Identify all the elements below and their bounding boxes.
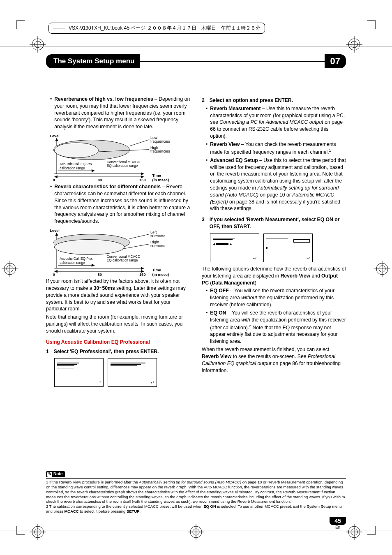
bullet-item: • Reverb characteristics for different c…: [46, 183, 190, 225]
footnote: 1 If the Reverb View procedure is perfor…: [46, 480, 346, 504]
axis-label: (in msec): [152, 273, 169, 277]
content-area: • Reverberance of high vs. low frequenci…: [46, 95, 346, 473]
menu-box: ⮐: [54, 358, 104, 387]
bullet-title: Reverb characteristics for different cha…: [54, 184, 161, 190]
tick-label: 80: [98, 273, 102, 277]
subheading: Using Acoustic Calibration EQ Profession…: [46, 339, 190, 346]
note-label: Note: [53, 472, 62, 477]
left-column: • Reverberance of high vs. low frequenci…: [46, 95, 190, 473]
menu-screenshot: ⮐ ⮐: [54, 358, 190, 387]
menu-box: ⮐: [108, 358, 157, 387]
section-title: The System Setup menu: [46, 54, 140, 68]
registration-mark: [346, 524, 362, 540]
page-number: 45: [330, 517, 346, 525]
annotation: calibration range: [60, 166, 85, 170]
menu-box: ◀▶⮐: [210, 234, 259, 262]
step: 2Select an option and press ENTER.: [202, 97, 346, 104]
bullet-dot-icon: •: [206, 287, 208, 308]
bullet-dot-icon: •: [206, 141, 208, 156]
bullet-dot-icon: •: [50, 183, 52, 225]
annotation: EQ calibration range: [107, 164, 138, 168]
page-number-badge: 45 En: [330, 517, 346, 530]
svg-point-19: [54, 240, 124, 255]
menu-box: ▶⮐: [263, 234, 313, 262]
note-section: ✎Note 1 If the Reverb View procedure is …: [46, 471, 346, 514]
chart-channel-reverb: Level Left surround Right surround Acous…: [46, 227, 190, 277]
crop-mark: [367, 526, 380, 539]
paragraph: The following options determine how the …: [202, 266, 346, 286]
bullet-item: • Reverberance of high vs. low frequenci…: [46, 96, 190, 130]
footnote-ref: 1: [329, 148, 331, 153]
step-text: Select an option and press ENTER.: [210, 97, 346, 104]
footnote: 2 The calibration corresponding to the c…: [46, 504, 346, 514]
step-number: 2: [202, 97, 205, 104]
bullet-item: •Reverb View – You can check the reverb …: [202, 141, 346, 156]
registration-mark: [374, 261, 390, 277]
svg-line-16: [129, 140, 149, 146]
pencil-icon: ✎: [47, 472, 52, 477]
axis-label: Time: [152, 173, 161, 178]
tick-label: 0: [53, 178, 55, 182]
axis-label-level: Level: [50, 134, 60, 138]
step: 3If you selected 'Reverb Measurement', s…: [202, 216, 346, 230]
paragraph: If your room isn't affected by the facto…: [46, 278, 190, 312]
axis-label: Time: [152, 268, 161, 272]
step-text: If you selected 'Reverb Measurement', se…: [210, 216, 346, 230]
series-label: frequencies: [150, 149, 170, 153]
bullet-item: •Advanced EQ Setup – Use this to select …: [202, 157, 346, 213]
registration-mark: [346, 36, 362, 53]
rule: [0, 530, 392, 530]
series-label: surround: [150, 234, 165, 238]
rule: [0, 46, 392, 46]
registration-mark: [188, 524, 204, 540]
crop-mark: [367, 16, 380, 29]
return-icon: ⮐: [253, 256, 256, 260]
bullet-item: •Reverb Measurement – Use this to measur…: [202, 105, 346, 140]
step-number: 1: [46, 348, 49, 355]
annotation: EQ calibration range: [107, 258, 138, 262]
tick-label: 160: [139, 273, 145, 277]
crop-mark: [12, 16, 25, 29]
step-number: 3: [202, 216, 205, 230]
registration-mark: [30, 36, 46, 53]
book-info-text: VSX-9130TXH_KU.book 45 ページ ２００８年４月１７日 木曜…: [69, 25, 261, 32]
chapter-number: 07: [325, 54, 346, 68]
bullet-item: •EQ OFF – You will see the reverb charac…: [202, 287, 346, 308]
step: 1Select 'EQ Professional', then press EN…: [46, 348, 190, 355]
tick-label: 80: [98, 178, 102, 182]
book-info: VSX-9130TXH_KU.book 45 ページ ２００８年４月１７日 木曜…: [48, 23, 265, 34]
header-rule: [140, 61, 324, 62]
bullet-body: – Reverb characteristics can be somewhat…: [54, 184, 190, 224]
bullet-title: Reverberance of high vs. low frequencies: [54, 96, 153, 102]
step-text: Select 'EQ Professional', then press ENT…: [54, 348, 190, 355]
registration-mark: [30, 524, 46, 540]
bullet-item: •EQ ON – You will see the reverb charact…: [202, 310, 346, 345]
svg-line-20: [129, 234, 149, 239]
return-icon: ⮐: [151, 380, 154, 385]
series-label: surround: [150, 244, 165, 248]
paragraph: When the reverb measurement is finished,…: [202, 346, 346, 374]
note-badge: ✎Note: [46, 471, 65, 477]
page-lang: En: [330, 525, 346, 530]
paragraph: Note that changing the room (for example…: [46, 314, 190, 334]
axis-label: (in msec): [152, 178, 169, 182]
bullet-dot-icon: •: [50, 96, 52, 130]
chart-low-high-freq: Level Low frequencies High frequencies A…: [46, 133, 190, 182]
return-icon: ⮐: [307, 256, 310, 260]
right-column: 2Select an option and press ENTER. •Reve…: [202, 95, 346, 473]
page-header: The System Setup menu 07: [46, 54, 346, 69]
menu-screenshot: ◀▶⮐ ▶⮐: [210, 234, 346, 262]
tick-label: 0: [53, 273, 55, 277]
bullet-dot-icon: •: [206, 310, 208, 345]
return-icon: ⮐: [97, 380, 101, 385]
tick-label: 160: [139, 178, 145, 182]
series-label: frequencies: [150, 139, 170, 143]
axis-label-level: Level: [50, 229, 60, 233]
crop-mark: [12, 526, 25, 539]
registration-mark: [2, 261, 18, 277]
bullet-dot-icon: •: [206, 157, 208, 213]
bullet-dot-icon: •: [206, 105, 208, 140]
annotation: calibration range: [60, 261, 85, 265]
svg-point-15: [54, 143, 98, 158]
